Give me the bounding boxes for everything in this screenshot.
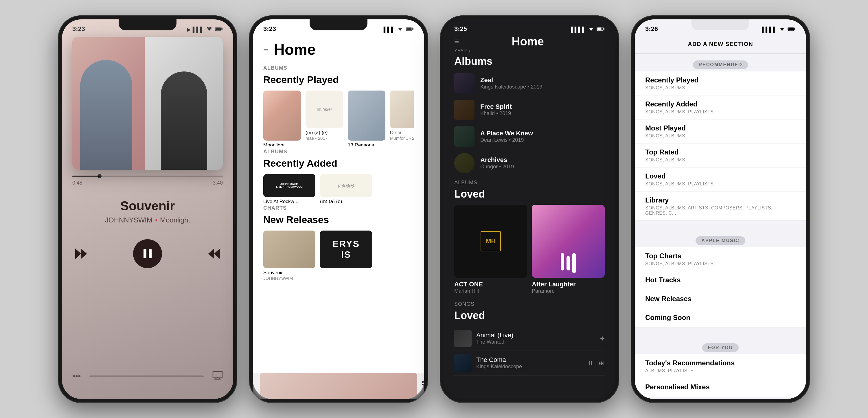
album-art-johnnyswim: JOHNNYSWIMLIVE AT ROCKWOOD	[263, 174, 315, 197]
dark-albums-title: Albums	[454, 55, 605, 67]
album-johnnyswim[interactable]: JOHNNYSWIMLIVE AT ROCKWOOD Live At Rockw…	[263, 174, 315, 197]
song-coma[interactable]: The Coma Kings Kaleidoscope ⏸ ⏭	[454, 351, 605, 376]
home-dark-screen: 3:25 ▌▌▌▌ ≡ Home	[444, 20, 615, 399]
recently-added-row: JOHNNYSWIMLIVE AT ROCKWOOD Live At Rockw…	[263, 174, 414, 203]
volume-bar[interactable]	[89, 376, 204, 377]
album-art-erys: ERYSIS	[320, 230, 372, 268]
dark-menu[interactable]: ≡	[454, 37, 459, 46]
album-art-moonlight	[263, 91, 301, 140]
album-moonlight[interactable]: Moonlight JOHNN... • 2019	[263, 91, 301, 140]
item-name-most-played: Most Played	[645, 124, 796, 132]
item-top-charts[interactable]: Top Charts SONGS, ALBUMS, PLAYLISTS	[635, 247, 806, 271]
svg-rect-11	[412, 28, 413, 30]
item-coming-soon[interactable]: Coming Soon	[635, 309, 806, 328]
group-recommended: RECOMMENDED Recently Played SONGS, ALBUM…	[635, 56, 806, 221]
loved-songs-title: Loved	[454, 310, 605, 322]
pause-button[interactable]	[133, 239, 162, 268]
item-sub-most-played: SONGS, ALBUMS	[645, 133, 796, 138]
notch	[119, 20, 177, 30]
section-label-charts: CHARTS	[263, 205, 414, 211]
item-hot-tracks[interactable]: Hot Tracks	[635, 271, 806, 290]
svg-marker-3	[75, 249, 81, 259]
album-zeal[interactable]: Zeal Kings Kaleidoscope • 2019	[454, 73, 605, 93]
album-archives[interactable]: Archives Gungor • 2019	[454, 153, 605, 173]
album-delta[interactable]: Delta Mumfor... • 2018	[390, 91, 414, 140]
dark-title: Home	[465, 35, 591, 48]
art-animal	[454, 330, 472, 347]
album-freespirit[interactable]: Free Spirit Khalid • 2019	[454, 100, 605, 120]
separator	[155, 219, 157, 221]
item-recently-added[interactable]: Recently Added SONGS, ALBUMS, PLAYLISTS	[635, 95, 806, 120]
battery-4	[787, 27, 796, 33]
album-mae2[interactable]: (m)(a)(e) (m) (a) (e) mae • 1h 42m	[320, 174, 372, 197]
battery-3	[597, 27, 605, 33]
options-icon[interactable]: •••	[72, 372, 81, 381]
add-icon[interactable]: +	[600, 334, 605, 343]
svg-rect-6	[149, 249, 152, 258]
progress-bar[interactable]	[72, 175, 223, 177]
item-library[interactable]: Library SONGS, ALBUMS, ARTISTS, COMPOSER…	[635, 192, 806, 221]
airplay-icon[interactable]	[212, 371, 223, 382]
svg-rect-2	[222, 28, 222, 30]
location-icon: ▶	[187, 27, 190, 32]
album-sub-delta: Mumfor... • 2018	[390, 136, 414, 140]
album-sub-homecoming: JOHNNYSWIM	[263, 276, 315, 281]
status-icons-1: ▶ ▌▌▌	[187, 27, 223, 33]
album-erys[interactable]: ERYSIS	[320, 230, 372, 281]
item-new-releases[interactable]: New Releases	[635, 290, 806, 309]
album-art-homecoming	[263, 230, 315, 268]
item-name-library: Library	[645, 196, 796, 204]
art-actone: MH	[454, 205, 527, 278]
battery-2	[406, 27, 414, 33]
loved-actone[interactable]: MH ACT ONE Marian Hill	[454, 205, 527, 294]
art-afterlaughter	[532, 205, 605, 278]
notch-2	[310, 20, 368, 30]
album-title-johnnyswim: Live At Rockwood Music Hall	[263, 199, 301, 203]
art-placeweknew	[454, 126, 474, 147]
pause-icon-small[interactable]: ⏸	[587, 359, 594, 367]
menu-icon[interactable]: ≡	[263, 45, 268, 54]
song-info: Souvenir JOHNNYSWIM Moonlight	[72, 199, 223, 224]
loved-afterlaughter[interactable]: After Laughter Paramore	[532, 205, 605, 294]
album-mae[interactable]: (m)(a)(e) (m) (a) (e) mae • 2017	[306, 91, 343, 140]
loved-grid: MH ACT ONE Marian Hill	[454, 205, 605, 294]
rewind-button[interactable]	[72, 247, 90, 260]
album-placeweknew[interactable]: A Place We Knew Dean Lewis • 2019	[454, 126, 605, 147]
group-separator-1	[635, 221, 806, 229]
album-art-13reasons	[348, 91, 385, 140]
item-todays-recs[interactable]: Today's Recommendations ALBUMS, PLAYLIST…	[635, 354, 806, 378]
progress-times: 0:48 -3:40	[72, 180, 223, 186]
item-loved[interactable]: Loved SONGS, ALBUMS, PLAYLISTS	[635, 167, 806, 192]
item-most-played[interactable]: Most Played SONGS, ALBUMS	[635, 120, 806, 143]
album-title-mae: (m) (a) (e)	[306, 130, 343, 136]
section-label-added: ALBUMS	[263, 149, 414, 155]
album-13reasons[interactable]: 13 Reasons... Selena... • 2018	[348, 91, 385, 140]
zeal-sub: Kings Kaleidoscope • 2019	[480, 84, 605, 90]
svg-rect-5	[144, 249, 146, 258]
item-name-new-releases: New Releases	[645, 295, 796, 303]
actone-sub: Marian Hill	[454, 288, 527, 294]
signal-icon: ▌▌▌	[193, 27, 204, 33]
afterlaughter-title: After Laughter	[532, 281, 605, 288]
wifi-icon	[206, 27, 212, 33]
svg-rect-10	[406, 28, 412, 30]
remaining-time: -3:40	[211, 180, 223, 186]
forward-icon-small[interactable]: ⏭	[598, 359, 605, 367]
archives-sub: Gungor • 2019	[480, 164, 605, 170]
wifi-4	[779, 27, 785, 33]
year-section: YEAR ↓ Albums Zeal Kings Kaleidoscope • …	[454, 48, 605, 173]
song-animal[interactable]: Animal (Live) The Wanted +	[454, 326, 605, 351]
coma-info: The Coma Kings Kaleidoscope	[476, 356, 583, 370]
item-top-rated[interactable]: Top Rated SONGS, ALBUMS	[635, 143, 806, 167]
svg-rect-13	[597, 28, 601, 30]
item-name-todays-recs: Today's Recommendations	[645, 359, 796, 367]
home-content: ≡ Home ALBUMS Recently Played Moonlight …	[253, 35, 424, 399]
progress-area: 0:48 -3:40	[72, 175, 223, 186]
item-personalised-mixes[interactable]: Personalised Mixes	[635, 378, 806, 397]
album-title-homecoming: Souvenir	[263, 270, 301, 276]
album-homecoming[interactable]: Souvenir JOHNNYSWIM	[263, 230, 315, 281]
item-recently-played[interactable]: Recently Played SONGS, ALBUMS	[635, 71, 806, 95]
forward-button[interactable]	[206, 247, 223, 260]
animal-title: Animal (Live)	[476, 331, 595, 339]
add-section-content: ADD A NEW SECTION RECOMMENDED Recently P…	[635, 35, 806, 399]
